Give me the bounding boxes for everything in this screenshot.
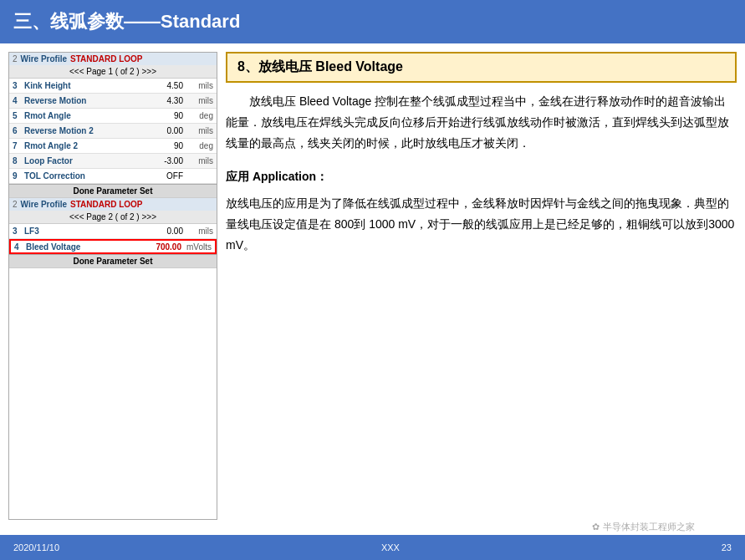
table-row: 7 Rmot Angle 2 90 deg bbox=[9, 139, 217, 154]
section2-label: Wire Profile bbox=[21, 200, 67, 209]
logo-watermark: ✿ 半导体封装工程师之家 bbox=[592, 521, 695, 533]
section1-label: Wire Profile bbox=[21, 54, 67, 64]
table-row: 8 Loop Factor -3.00 mils bbox=[9, 154, 217, 169]
table-row: 6 Reverse Motion 2 0.00 mils bbox=[9, 124, 217, 139]
table-row: 4 Reverse Motion 4.30 mils bbox=[9, 94, 217, 109]
footer-date: 2020/11/10 bbox=[13, 542, 59, 552]
section2-value: STANDARD LOOP bbox=[70, 200, 142, 209]
footer-center: XXX bbox=[381, 542, 400, 552]
main-description: 放线电压 Bleed Voltage 控制在整个线弧成型过程当中，金线在进行释放… bbox=[226, 91, 737, 155]
table-row: 5 Rmot Angle 90 deg bbox=[9, 109, 217, 124]
table-row-highlighted: 4 Bleed Voltage 700.00 mVolts bbox=[9, 239, 217, 254]
footer: 2020/11/10 XXX 23 bbox=[0, 535, 745, 560]
logo-icon: ✿ bbox=[592, 522, 600, 532]
app-description: 放线电压的应用是为了降低在线弧成型过程中，金线释放时因焊针与金线之间的拖曳现象．… bbox=[226, 193, 737, 257]
page-nav-1[interactable]: <<< Page 1 ( of 2 ) >>> bbox=[9, 65, 217, 79]
section1-value: STANDARD LOOP bbox=[70, 54, 142, 64]
page-title: 三、线弧参数——Standard bbox=[13, 9, 240, 34]
section-title: 8、放线电压 Bleed Voltage bbox=[226, 52, 737, 83]
header: 三、线弧参数——Standard bbox=[0, 0, 745, 43]
table-row: 3 Kink Height 4.50 mils bbox=[9, 79, 217, 94]
section2-num: 2 bbox=[13, 200, 18, 209]
table-row: 3 LF3 0.00 mils bbox=[9, 224, 217, 239]
done-parameter-set-btn-2[interactable]: Done Parameter Set bbox=[9, 254, 217, 267]
logo-text: 半导体封装工程师之家 bbox=[603, 521, 695, 533]
main-content: 2 Wire Profile STANDARD LOOP <<< Page 1 … bbox=[0, 43, 745, 528]
section1-num: 2 bbox=[13, 54, 18, 64]
done-parameter-set-btn-1[interactable]: Done Parameter Set bbox=[9, 184, 217, 197]
right-panel: 8、放线电压 Bleed Voltage 放线电压 Bleed Voltage … bbox=[226, 52, 737, 520]
app-label: 应用 Application： bbox=[226, 170, 737, 185]
param-section-2: 2 Wire Profile STANDARD LOOP <<< Page 2 … bbox=[9, 198, 217, 268]
param-header-1: 2 Wire Profile STANDARD LOOP bbox=[9, 53, 217, 65]
footer-page: 23 bbox=[722, 542, 732, 552]
table-row: 9 TOL Correction OFF bbox=[9, 169, 217, 184]
page-nav-2[interactable]: <<< Page 2 ( of 2 ) >>> bbox=[9, 211, 217, 224]
param-header-2: 2 Wire Profile STANDARD LOOP bbox=[9, 198, 217, 211]
param-section-1: 2 Wire Profile STANDARD LOOP <<< Page 1 … bbox=[9, 53, 217, 198]
left-panel: 2 Wire Profile STANDARD LOOP <<< Page 1 … bbox=[8, 52, 217, 520]
